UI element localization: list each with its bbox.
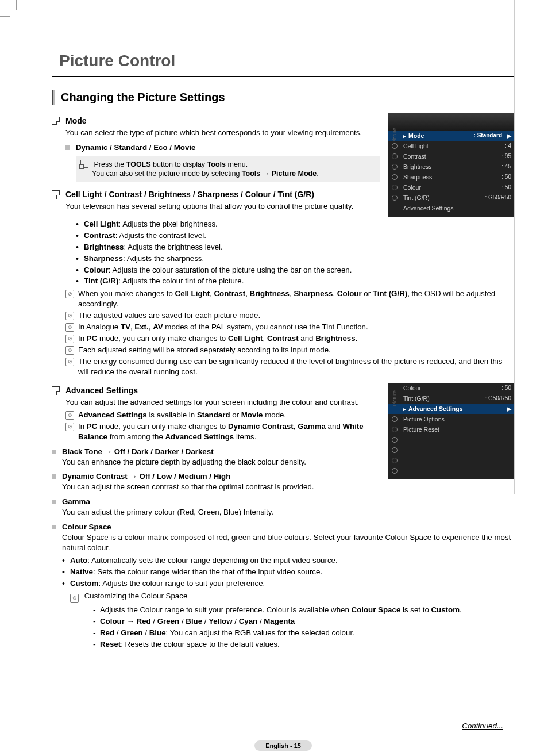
note-bold: PC [87,334,97,343]
page-title: Picture Control [59,50,507,72]
dash-bold: Magenta [264,617,295,625]
bullet-label: Contrast [84,231,115,240]
osd-row-label: Colour [401,384,501,392]
osd-side-icon [392,164,398,170]
osd-row-label: Sharpness [401,173,501,181]
arrow-right-icon: ▶ [507,132,511,140]
tools-line2-a: You can also set the picture mode by sel… [92,170,242,178]
params-bullet-list: Cell Light: Adjusts the pixel brightness… [76,219,515,287]
osd-picture-mode: Picture Mode : Standard ▶ Cell Light: 4 … [388,113,515,217]
note-icon [65,335,74,343]
note-text: from among the [107,432,165,441]
dash-text: / [233,617,239,625]
note-text: mode, you can only make changes to [97,422,228,431]
dash-text: / [143,628,149,637]
osd-row-label: Mode [401,132,474,140]
note-bold: PC [87,422,97,431]
checkbox-icon [52,386,60,394]
bullet-text: : Adjusts the colour range to suit your … [99,579,265,588]
dash-bold: Blue [149,628,166,637]
mode-sub: Dynamic / Standard / Eco / Movie [76,143,195,153]
dash-bold: Blue [186,617,202,625]
note-icon [65,323,74,332]
note-text: , [333,289,337,298]
colour-space-row: Colour Space Colour Space is a colour ma… [52,522,515,651]
note-text: items. [234,432,256,441]
tools-line2-c: → [260,170,271,178]
dash-text: / [114,628,121,637]
advanced-heading-row: Advanced Settings [52,385,380,396]
note-text: is available in [147,410,197,419]
colour-space-desc: Colour Space is a colour matrix composed… [62,532,515,553]
dash-text: → [125,617,137,625]
osd-side-label: Picture [391,390,398,406]
note-bold: Standard [197,410,230,419]
note-bold: Brightness [250,289,290,298]
note-text: The adjusted values are saved for each p… [78,311,260,320]
note-icon [65,346,74,355]
mode-heading: Mode [65,116,87,126]
bullet-text: : Sets the colour range wider than the t… [93,567,322,576]
note-text: , [210,289,214,298]
dash-bold: Green [121,628,142,637]
osd-row-value: : 45 [501,163,511,171]
page-number-badge: English - 15 [254,740,312,751]
osd-row-value: : 50 [501,384,511,392]
bullet-text: : Adjusts the brightness level. [124,243,222,251]
dash-text: Adjusts the Colour range to suit your pr… [100,605,352,614]
page-title-box: Picture Control [52,45,515,77]
osd-advanced-settings: Colour: 50 PictureTint (G/R): G50/R50 Ad… [388,383,515,479]
advanced-desc: You can adjust the advanced settings for… [65,397,364,408]
osd-side-icon [392,458,398,463]
tools-note-box: Press the TOOLS button to display Tools … [76,156,380,183]
params-heading-row: Cell Light / Contrast / Brightness / Sha… [52,189,380,200]
dash-text: . [460,605,462,614]
bullet-text: : Adjusts the sharpness. [123,254,204,263]
osd-row-label: Colour [401,183,501,191]
note-text: and [326,422,343,431]
dash-bold: Colour [100,617,125,625]
dash-text: is set to [400,605,431,614]
osd-row-label: Brightness [401,163,501,171]
osd-side-icon [392,143,398,149]
osd-topbar [388,113,515,131]
note-bold: Colour [337,289,362,298]
arrow-right-icon: ▶ [507,405,511,413]
bullet-label: Brightness [84,243,124,251]
bullet-label: Sharpness [84,254,123,263]
note-icon [65,358,74,366]
note-icon [65,290,74,298]
osd-row-value: : G50/R50 [485,394,511,402]
bullet-label: Colour [84,266,109,274]
note-bold: Sharpness [294,289,333,298]
osd-row-label: Advanced Settings [401,405,502,413]
dynamic-contrast-heading: Dynamic Contrast → Off / Low / Medium / … [62,471,314,482]
gamma-heading: Gamma [62,497,273,507]
black-tone-desc: You can enhance the picture depth by adj… [62,457,306,467]
square-bullet-icon [52,450,56,454]
dash-text: : Resets the colour space to the default… [121,640,279,648]
note-text: In [78,334,87,343]
note-icon [65,423,74,431]
osd-row-label: Picture Reset [401,425,511,433]
dash-text: / [151,617,157,625]
osd-side-icon [392,174,398,180]
note-text: The energy consumed during use can be si… [78,357,502,376]
osd-row-value: : Standard [474,132,502,140]
tools-icon [80,160,88,168]
note-text: In Analogue [78,323,121,331]
note-bold: Brightness [315,334,355,343]
note-text: or [230,410,241,419]
osd-side-icon [392,416,398,422]
note-bold: Tint (G/R) [373,289,407,298]
square-bullet-icon [52,525,56,529]
note-bold: Gamma [298,422,326,431]
osd-row-label: Advanced Settings [401,204,511,212]
note-bold: TV [121,323,130,331]
note-text: and [299,334,316,343]
checkbox-icon [52,190,60,198]
tools-line1-d: Tools [207,160,226,168]
bullet-label: Custom [70,579,99,588]
bullet-label: Tint (G/R) [84,277,118,285]
mode-heading-row: Mode [52,116,380,126]
